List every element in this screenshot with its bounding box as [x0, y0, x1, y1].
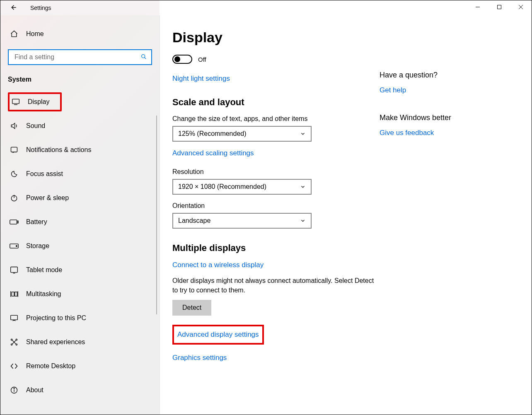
- multiple-displays-heading: Multiple displays: [172, 243, 375, 253]
- svg-rect-13: [17, 221, 19, 223]
- battery-icon: [10, 217, 19, 227]
- give-feedback-link[interactable]: Give us feedback: [380, 129, 434, 137]
- detect-button[interactable]: Detect: [172, 300, 211, 316]
- sound-icon: [10, 121, 19, 130]
- chevron-down-icon: [300, 218, 306, 224]
- orientation-label: Orientation: [172, 202, 375, 210]
- maximize-button[interactable]: [488, 0, 510, 14]
- sidebar-item-projecting[interactable]: Projecting to this PC: [8, 309, 152, 328]
- sidebar-item-label: Shared experiences: [26, 338, 85, 346]
- sidebar-item-battery[interactable]: Battery: [8, 212, 152, 232]
- make-windows-better-heading: Make Windows better: [380, 113, 451, 122]
- detect-caption: Older displays might not always connect …: [172, 276, 375, 295]
- resolution-label: Resolution: [172, 168, 375, 176]
- projecting-icon: [10, 314, 19, 323]
- focus-icon: [10, 169, 19, 179]
- connect-wireless-link[interactable]: Connect to a wireless display: [172, 261, 264, 269]
- sidebar-item-label: Power & sleep: [26, 194, 69, 202]
- scale-select[interactable]: 125% (Recommended): [172, 126, 312, 142]
- sidebar-item-label: Notifications & actions: [26, 146, 91, 154]
- advanced-scaling-link[interactable]: Advanced scaling settings: [172, 149, 254, 157]
- night-light-settings-link[interactable]: Night light settings: [172, 75, 230, 83]
- sidebar-item-label: Remote Desktop: [26, 362, 75, 370]
- sidebar-item-notifications[interactable]: Notifications & actions: [8, 140, 152, 159]
- sidebar-item-shared[interactable]: Shared experiences: [8, 333, 152, 352]
- notifications-icon: [10, 145, 19, 154]
- svg-rect-16: [11, 267, 18, 273]
- sidebar-item-power[interactable]: Power & sleep: [8, 188, 152, 208]
- svg-rect-12: [10, 220, 17, 224]
- home-label: Home: [26, 30, 44, 38]
- sidebar-item-sound[interactable]: Sound: [8, 116, 152, 135]
- sidebar-item-label: Storage: [26, 242, 49, 250]
- power-icon: [10, 193, 19, 203]
- minimize-button[interactable]: [467, 0, 488, 14]
- sidebar-item-remote-desktop[interactable]: Remote Desktop: [8, 357, 152, 376]
- orientation-select[interactable]: Landscape: [172, 213, 312, 229]
- orientation-select-value: Landscape: [178, 217, 210, 224]
- svg-rect-7: [12, 99, 19, 104]
- tablet-icon: [10, 265, 19, 275]
- svg-line-6: [145, 57, 146, 59]
- advanced-display-settings-link[interactable]: Advanced display settings: [177, 331, 259, 339]
- svg-point-29: [14, 388, 15, 389]
- home-button[interactable]: Home: [8, 26, 152, 42]
- multitask-icon: [10, 290, 19, 299]
- shared-icon: [10, 338, 19, 347]
- sidebar-item-multitasking[interactable]: Multitasking: [8, 285, 152, 304]
- sidebar-item-label: Focus assist: [26, 170, 63, 178]
- app-title: Settings: [30, 5, 51, 11]
- sidebar-item-label: Display: [28, 98, 49, 106]
- svg-point-24: [16, 339, 17, 340]
- svg-point-26: [16, 344, 17, 345]
- scale-caption: Change the size of text, apps, and other…: [172, 115, 375, 123]
- chevron-down-icon: [300, 184, 306, 190]
- scale-select-value: 125% (Recommended): [178, 130, 247, 138]
- sidebar-item-label: Tablet mode: [26, 266, 62, 274]
- sidebar-item-display[interactable]: Display: [10, 94, 60, 110]
- toggle-state-label: Off: [198, 56, 206, 63]
- svg-rect-9: [11, 147, 17, 152]
- sidebar-item-storage[interactable]: Storage: [8, 236, 152, 256]
- night-light-toggle[interactable]: [172, 55, 192, 64]
- display-icon: [11, 97, 20, 106]
- svg-rect-22: [11, 315, 18, 320]
- svg-point-23: [11, 339, 12, 340]
- sidebar-item-label: Projecting to this PC: [26, 314, 86, 322]
- sidebar-item-label: About: [26, 386, 44, 394]
- resolution-select[interactable]: 1920 × 1080 (Recommended): [172, 179, 312, 195]
- have-a-question-heading: Have a question?: [380, 71, 451, 80]
- sidebar-section-label: System: [8, 76, 152, 83]
- toggle-knob: [174, 56, 180, 62]
- graphics-settings-link[interactable]: Graphics settings: [172, 354, 227, 362]
- sidebar-item-focus-assist[interactable]: Focus assist: [8, 164, 152, 183]
- close-button[interactable]: [510, 0, 532, 14]
- resolution-select-value: 1920 × 1080 (Recommended): [178, 183, 266, 191]
- chevron-down-icon: [300, 131, 306, 137]
- get-help-link[interactable]: Get help: [380, 86, 406, 94]
- back-button[interactable]: [10, 4, 17, 12]
- search-icon: [140, 53, 147, 61]
- svg-point-25: [11, 344, 12, 345]
- svg-point-5: [142, 54, 145, 58]
- storage-icon: [10, 241, 19, 251]
- svg-point-15: [16, 246, 17, 247]
- remote-icon: [10, 362, 19, 371]
- page-title: Display: [172, 29, 375, 46]
- sidebar-item-about[interactable]: About: [8, 381, 152, 400]
- sidebar-scrollbar[interactable]: [156, 116, 157, 314]
- sidebar-item-label: Battery: [26, 218, 47, 226]
- svg-rect-20: [15, 292, 17, 296]
- svg-rect-19: [12, 292, 14, 296]
- home-icon: [10, 29, 19, 39]
- search-input[interactable]: [14, 53, 140, 61]
- sidebar-item-label: Sound: [26, 122, 45, 130]
- sidebar-item-tablet-mode[interactable]: Tablet mode: [8, 261, 152, 280]
- sidebar-item-label: Multitasking: [26, 290, 61, 298]
- search-box[interactable]: [8, 49, 152, 65]
- scale-heading: Scale and layout: [172, 97, 375, 108]
- about-icon: [10, 386, 19, 395]
- svg-rect-2: [498, 5, 501, 9]
